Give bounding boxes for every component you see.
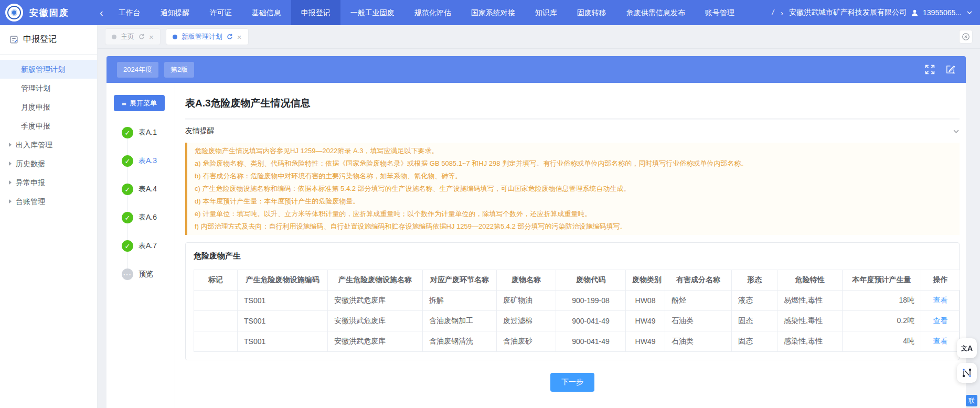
step-label: 预览: [139, 270, 153, 279]
tab-refresh-icon[interactable]: [139, 34, 145, 40]
step-label: 表A.4: [139, 185, 157, 194]
sidebar-item-label: 台账管理: [16, 192, 45, 211]
table-row: TS001 安徽洪武危废库 含油废钢清洗 含油废砂 900-041-49 HW4…: [194, 331, 960, 352]
nav-menu-item[interactable]: 规范化评估: [404, 0, 461, 25]
nav-menu-item[interactable]: 一般工业固废: [340, 0, 404, 25]
sidebar-menu-item[interactable]: 季度申报: [0, 116, 97, 135]
tab-refresh-icon[interactable]: [227, 34, 233, 40]
nav-collapse-icon[interactable]: ‹: [94, 7, 109, 18]
sidebar: 申报登记 新版管理计划 管理计划 月度申报: [0, 25, 98, 408]
connect-badge[interactable]: 联: [966, 395, 977, 406]
table-column-header: 废物名称: [497, 270, 556, 291]
cell-waste-code: 900-041-49: [556, 331, 626, 352]
year-badge: 2024年度: [117, 62, 158, 78]
table-column-header: 对应产废环节名称: [423, 270, 497, 291]
form-card: ≡ 展开菜单 表A.1 表A.3: [106, 83, 966, 408]
waste-section-title: 危险废物产生: [194, 251, 951, 261]
user-phone[interactable]: 13955065...: [923, 8, 962, 17]
notice-box: 危险废物产生情况填写内容参见HJ 1259—2022附录 A.3，填写应满足以下…: [185, 143, 960, 235]
step-status-icon: [122, 184, 133, 195]
nav-menu-item[interactable]: 国家系统对接: [461, 0, 525, 25]
app-title: 安徽固废: [29, 7, 69, 19]
tab-label: 主页: [121, 32, 134, 41]
nav-menu-item[interactable]: 许可证: [200, 0, 242, 25]
nav-scroll-right-icon[interactable]: ›: [779, 8, 785, 17]
table-column-header: 废物类别: [626, 270, 665, 291]
step-status-icon: [122, 127, 133, 138]
step-item[interactable]: 预览: [114, 260, 175, 288]
notice-line: b) 有害成分名称：危险废物中对环境有害的主要污染物名称，如苯系物、氰化物、砷等…: [195, 170, 952, 182]
page-tab[interactable]: 新版管理计划 ×: [166, 28, 249, 45]
sidebar-item-label: 季度申报: [21, 116, 50, 135]
page-tab[interactable]: 主页 ×: [105, 28, 161, 45]
step-item[interactable]: 表A.6: [114, 203, 175, 232]
expand-menu-button[interactable]: ≡ 展开菜单: [114, 95, 165, 111]
notice-line: d) 本年度预计产生量：本年度预计产生的危险废物量。: [195, 195, 952, 208]
sidebar-menu-item[interactable]: 出入库管理: [0, 135, 97, 154]
step-item[interactable]: 表A.3: [114, 147, 175, 175]
sidebar-menu-item[interactable]: 历史数据: [0, 154, 97, 173]
view-link[interactable]: 查看: [933, 296, 948, 304]
nav-menu-item[interactable]: 基础信息: [242, 0, 291, 25]
cell-process-name: 含油废钢加工: [423, 311, 497, 331]
nav-menu-item[interactable]: 工作台: [109, 0, 151, 25]
company-name: 安徽洪武城市矿产科技发展有限公司: [789, 8, 907, 17]
fullscreen-icon[interactable]: [925, 65, 935, 74]
cell-harmful-component: 石油类: [665, 331, 732, 352]
cell-mark: [194, 311, 238, 331]
nav-menu-item[interactable]: 申报登记: [291, 0, 340, 25]
cell-physical-form: 固态: [732, 311, 777, 331]
nav-menu-item[interactable]: 知识库: [525, 0, 567, 25]
content-area: 2024年度 第2版 ≡ 展开菜单: [98, 49, 980, 408]
relation-graph-icon: [962, 368, 972, 378]
nav-menu-item[interactable]: 固废转移: [567, 0, 616, 25]
step-item[interactable]: 表A.1: [114, 119, 175, 147]
close-all-tabs-button[interactable]: [959, 30, 973, 44]
sidebar-menu-item[interactable]: 月度申报: [0, 98, 97, 116]
collapse-chevron-icon[interactable]: [953, 128, 960, 135]
notice-line: 危险废物产生情况填写内容参见HJ 1259—2022附录 A.3，填写应满足以下…: [195, 145, 952, 157]
cell-physical-form: 液态: [732, 291, 777, 311]
friendly-reminder-header[interactable]: 友情提醒: [185, 119, 960, 143]
view-link[interactable]: 查看: [933, 316, 948, 325]
nav-menu-item[interactable]: 危废供需信息发布: [616, 0, 695, 25]
sidebar-menu-item[interactable]: 新版管理计划: [0, 60, 97, 79]
nav-menu-item[interactable]: 通知提醒: [151, 0, 200, 25]
step-list: 表A.1 表A.3 表A.4: [114, 119, 175, 288]
cell-process-name: 拆解: [423, 291, 497, 311]
cell-hazard-traits: 感染性,毒性: [777, 331, 843, 352]
nav-menu-item[interactable]: 账号管理: [695, 0, 744, 25]
sidebar-menu-item[interactable]: 台账管理: [0, 192, 97, 211]
user-dropdown-icon[interactable]: [966, 9, 973, 16]
next-step-button[interactable]: 下一步: [550, 373, 594, 392]
table-column-header: 产生危险废物设施编码: [238, 270, 328, 291]
relation-graph-widget-button[interactable]: [957, 363, 977, 383]
sidebar-item-label: 出入库管理: [16, 135, 52, 154]
step-status-icon: [122, 240, 133, 252]
step-item[interactable]: 表A.7: [114, 232, 175, 260]
cell-harmful-component: 石油类: [665, 311, 732, 331]
navbar-right: / › 安徽洪武城市矿产科技发展有限公司 13955065...: [771, 8, 980, 17]
sidebar-menu-item[interactable]: 异常申报: [0, 173, 97, 192]
cell-physical-form: 固态: [732, 331, 777, 352]
table-row: TS001 安徽洪武危废库 拆解 废矿物油 900-199-08 HW08 酚烃…: [194, 291, 960, 311]
translate-widget-button[interactable]: 文A: [957, 338, 977, 358]
cell-process-name: 含油废钢清洗: [423, 331, 497, 352]
tab-close-icon[interactable]: ×: [237, 33, 242, 41]
nav-menu: 工作台 通知提醒 许可证 基础信息 申报登记 一般工业固废 规范化评估 国家系统…: [109, 0, 744, 25]
tab-close-icon[interactable]: ×: [149, 33, 154, 41]
edit-correction-icon[interactable]: [945, 65, 955, 74]
view-link[interactable]: 查看: [933, 337, 948, 345]
sidebar-header: 申报登记: [0, 25, 97, 55]
sidebar-menu-item[interactable]: 管理计划: [0, 79, 97, 98]
steps-column: ≡ 展开菜单 表A.1 表A.3: [106, 83, 175, 408]
step-status-icon: [122, 155, 133, 167]
table-header-row: 标记产生危险废物设施编码产生危险废物设施名称对应产废环节名称废物名称废物代码废物…: [194, 270, 960, 291]
step-item[interactable]: 表A.4: [114, 175, 175, 203]
table-column-header: 标记: [194, 270, 238, 291]
nav-overflow-item[interactable]: /: [771, 8, 775, 17]
sidebar-item-label: 异常申报: [16, 173, 45, 192]
top-navbar: 安徽固废 ‹ 工作台 通知提醒 许可证 基础信息 申报登记 一般工业固废 规范化…: [0, 0, 980, 25]
plan-header: 2024年度 第2版: [106, 56, 966, 83]
cell-facility-code: TS001: [238, 331, 328, 352]
